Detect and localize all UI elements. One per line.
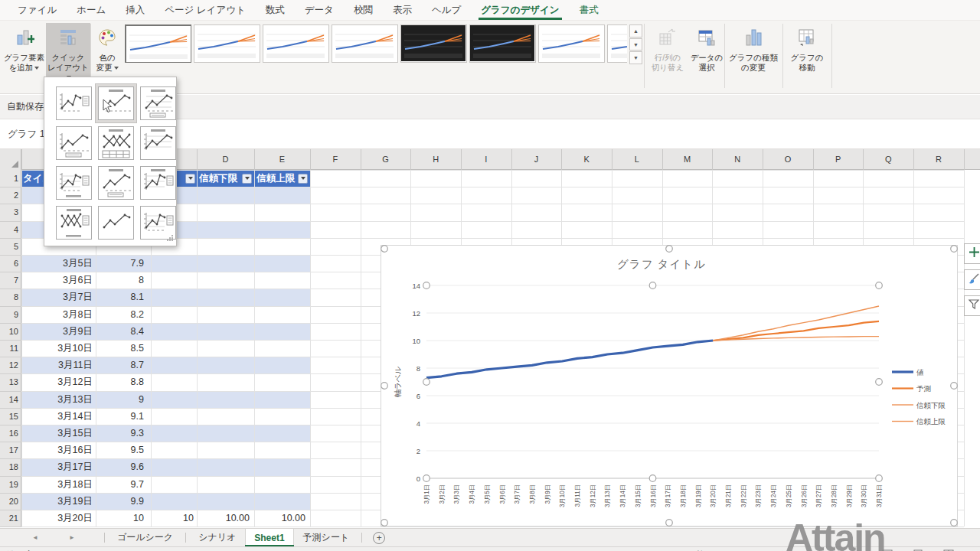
ribbon-tab[interactable]: ページ レイアウト bbox=[155, 0, 256, 20]
row-header-7[interactable]: 7 bbox=[0, 272, 18, 289]
sheet-tab-予測シート[interactable]: 予測シート bbox=[294, 529, 359, 546]
new-sheet-button[interactable]: + bbox=[373, 532, 385, 544]
cell-timeline[interactable]: 3月10日 bbox=[23, 340, 93, 357]
row-header-20[interactable]: 20 bbox=[0, 493, 18, 510]
cell-value[interactable]: 9.9 bbox=[97, 493, 144, 510]
quick-layout-option-11[interactable] bbox=[96, 204, 136, 242]
cell-timeline[interactable]: 3月11日 bbox=[23, 357, 93, 373]
row-header-10[interactable]: 10 bbox=[0, 323, 18, 340]
quick-layout-option-1[interactable] bbox=[54, 84, 94, 122]
cell-value[interactable]: 8.2 bbox=[97, 306, 144, 323]
row-header-9[interactable]: 9 bbox=[0, 306, 18, 323]
cell-value[interactable]: 7.9 bbox=[97, 255, 144, 272]
cell-timeline[interactable]: 3月6日 bbox=[23, 272, 93, 289]
row-header-1[interactable]: 1 bbox=[0, 170, 18, 187]
cell-value[interactable]: 10 bbox=[97, 510, 144, 527]
header-cell-lower[interactable]: 信頼下限 bbox=[199, 170, 242, 187]
quick-layout-option-5[interactable] bbox=[96, 124, 136, 162]
cell-timeline[interactable]: 3月9日 bbox=[23, 323, 93, 340]
chart-style-thumbnail-6[interactable] bbox=[469, 24, 536, 63]
cell-timeline[interactable]: 3月12日 bbox=[23, 373, 93, 390]
sheet-tab-シナリオ[interactable]: シナリオ bbox=[189, 529, 245, 546]
cell-value[interactable]: 9 bbox=[97, 391, 144, 408]
autosave-label[interactable]: 自動保存 bbox=[7, 100, 44, 113]
quick-layout-option-4[interactable] bbox=[54, 124, 94, 162]
ribbon-tab[interactable]: 表示 bbox=[383, 0, 422, 20]
quick-layout-option-7[interactable] bbox=[54, 164, 94, 202]
row-header-3[interactable]: 3 bbox=[0, 204, 18, 220]
cell-value[interactable]: 8.7 bbox=[97, 357, 144, 373]
row-header-18[interactable]: 18 bbox=[0, 458, 18, 475]
cell-timeline[interactable]: 3月19日 bbox=[23, 493, 93, 510]
move-chart-button[interactable]: グラフの 移動 bbox=[786, 23, 828, 95]
filter-button[interactable] bbox=[298, 174, 308, 184]
cell-value[interactable]: 9.7 bbox=[97, 476, 144, 493]
column-header-R[interactable]: R bbox=[913, 149, 964, 169]
row-header-8[interactable]: 8 bbox=[0, 289, 18, 305]
quick-layout-option-8[interactable] bbox=[96, 164, 136, 202]
cell-forecast[interactable]: 10 bbox=[152, 510, 194, 527]
row-header-19[interactable]: 19 bbox=[0, 476, 18, 493]
column-header-F[interactable]: F bbox=[310, 149, 361, 169]
quick-layout-option-3[interactable] bbox=[138, 84, 178, 122]
chart-style-thumbnail-7[interactable] bbox=[538, 24, 605, 63]
chart-styles-button[interactable] bbox=[964, 269, 980, 290]
column-header-M[interactable]: M bbox=[662, 149, 713, 169]
column-header-J[interactable]: J bbox=[511, 149, 562, 169]
cell-upper[interactable]: 10.00 bbox=[256, 510, 305, 527]
cell-value[interactable]: 9.6 bbox=[97, 458, 144, 475]
ribbon-tab[interactable]: グラフのデザイン bbox=[471, 0, 569, 20]
quick-layout-option-10[interactable] bbox=[54, 204, 94, 242]
row-header-21[interactable]: 21 bbox=[0, 510, 18, 527]
gallery-up-button[interactable]: ▲ bbox=[629, 24, 642, 37]
row-header-6[interactable]: 6 bbox=[0, 255, 18, 272]
cell-value[interactable]: 8 bbox=[97, 272, 144, 289]
ribbon-tab[interactable]: ホーム bbox=[67, 0, 116, 20]
chart-elements-button[interactable] bbox=[964, 243, 980, 264]
chart-style-thumbnail-4[interactable] bbox=[332, 24, 398, 63]
column-header-I[interactable]: I bbox=[461, 149, 511, 169]
header-cell-upper[interactable]: 信頼上限 bbox=[256, 170, 299, 187]
column-header-N[interactable]: N bbox=[712, 149, 763, 169]
cell-timeline[interactable]: 3月13日 bbox=[23, 391, 93, 408]
select-data-button[interactable]: データの 選択 bbox=[690, 23, 724, 95]
ribbon-tab[interactable]: データ bbox=[295, 0, 344, 20]
row-header-11[interactable]: 11 bbox=[0, 340, 18, 357]
cell-value[interactable]: 8.1 bbox=[97, 289, 144, 305]
row-header-15[interactable]: 15 bbox=[0, 408, 18, 425]
sheet-nav-left-icon[interactable]: ◄ bbox=[28, 529, 43, 546]
quick-layout-option-6[interactable] bbox=[138, 124, 178, 162]
gallery-down-button[interactable]: ▼ bbox=[629, 38, 642, 51]
chart-style-thumbnail-2[interactable] bbox=[194, 24, 260, 63]
cell-timeline[interactable]: 3月7日 bbox=[23, 289, 93, 305]
column-header-G[interactable]: G bbox=[361, 149, 411, 169]
ribbon-tab[interactable]: 校閲 bbox=[344, 0, 383, 20]
select-all-corner[interactable] bbox=[0, 149, 21, 170]
column-header-D[interactable]: D bbox=[197, 149, 254, 169]
cell-timeline[interactable]: 3月15日 bbox=[23, 425, 93, 442]
column-header-P[interactable]: P bbox=[813, 149, 864, 169]
row-header-13[interactable]: 13 bbox=[0, 373, 18, 390]
ribbon-tab[interactable]: 挿入 bbox=[116, 0, 155, 20]
row-header-14[interactable]: 14 bbox=[0, 391, 18, 408]
row-header-16[interactable]: 16 bbox=[0, 425, 18, 442]
chart-canvas[interactable]: グラフ タイトル024681012143月1日3月2日3月3日3月4日3月5日3… bbox=[381, 245, 958, 527]
quick-layout-option-2[interactable] bbox=[96, 84, 136, 122]
menu-resize-grip[interactable] bbox=[167, 230, 174, 244]
column-header-K[interactable]: K bbox=[561, 149, 612, 169]
cell-value[interactable]: 8.5 bbox=[97, 340, 144, 357]
chart-style-thumbnail-8[interactable] bbox=[607, 24, 627, 63]
ribbon-tab[interactable]: ヘルプ bbox=[422, 0, 471, 20]
chart-filters-button[interactable] bbox=[964, 295, 980, 316]
sheet-nav-right-icon[interactable]: ► bbox=[64, 529, 80, 546]
column-header-H[interactable]: H bbox=[410, 149, 461, 169]
row-header-5[interactable]: 5 bbox=[0, 238, 18, 255]
change-chart-type-button[interactable]: グラフの種類 の変更 bbox=[727, 23, 779, 95]
quick-layout-option-9[interactable] bbox=[138, 164, 178, 202]
column-header-E[interactable]: E bbox=[254, 149, 310, 169]
sheet-tab-ゴールシーク[interactable]: ゴールシーク bbox=[108, 529, 182, 546]
cell-timeline[interactable]: 3月5日 bbox=[23, 255, 93, 272]
filter-button[interactable] bbox=[185, 174, 195, 184]
forecast-chart[interactable]: グラフ タイトル024681012143月1日3月2日3月3日3月4日3月5日3… bbox=[381, 245, 958, 527]
gallery-more-button[interactable]: ▼ bbox=[629, 51, 642, 64]
